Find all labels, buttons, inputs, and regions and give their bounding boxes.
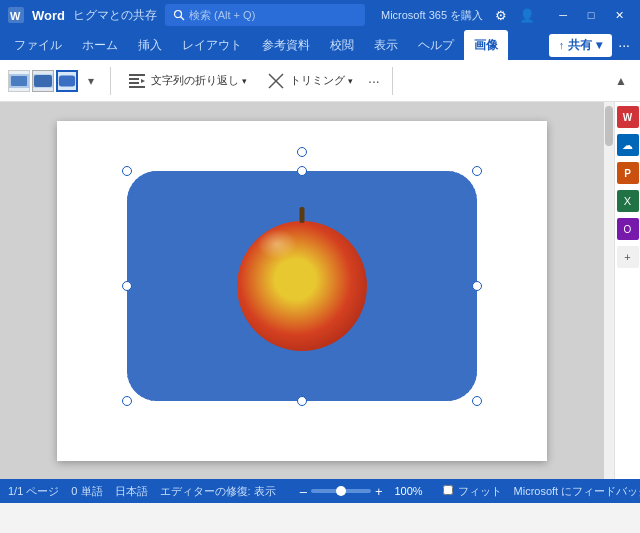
handle-left-center[interactable] (122, 281, 132, 291)
account-icon[interactable]: 👤 (517, 5, 537, 25)
handle-bottom-right[interactable] (472, 396, 482, 406)
handle-top-right[interactable] (472, 166, 482, 176)
minimize-button[interactable]: ─ (549, 5, 577, 25)
tab-review[interactable]: 校閲 (320, 30, 364, 60)
blue-shape (127, 171, 477, 401)
selected-image[interactable] (127, 171, 477, 411)
language[interactable]: 日本語 (115, 484, 148, 499)
handle-top-left[interactable] (122, 166, 132, 176)
svg-line-3 (180, 17, 184, 21)
powerpoint-icon[interactable]: P (617, 162, 639, 184)
fit-checkbox[interactable] (443, 485, 453, 495)
zoom-slider[interactable] (311, 489, 371, 493)
zoom-plus-button[interactable]: + (375, 484, 383, 499)
onedrive-icon[interactable]: ☁ (617, 134, 639, 156)
feedback-button[interactable]: Microsoft にフィードバックを送信 (514, 484, 640, 499)
search-input[interactable] (189, 9, 339, 21)
text-wrap-label: 文字列の折り返し (151, 73, 239, 88)
app-name: Word (32, 8, 65, 23)
handle-right-center[interactable] (472, 281, 482, 291)
tab-image[interactable]: 画像 (464, 30, 508, 60)
tab-insert[interactable]: 挿入 (128, 30, 172, 60)
maximize-button[interactable]: □ (577, 5, 605, 25)
svg-rect-13 (129, 86, 145, 88)
rotation-handle[interactable] (297, 147, 307, 157)
svg-point-2 (174, 11, 181, 18)
tab-references[interactable]: 参考資料 (252, 30, 320, 60)
toolbar-sep-2 (392, 67, 393, 95)
svg-rect-9 (59, 75, 75, 86)
text-wrap-icon (126, 70, 148, 92)
document-page (57, 121, 547, 461)
img-style-2[interactable] (32, 70, 54, 92)
handle-bottom-left[interactable] (122, 396, 132, 406)
toolbar-more-button[interactable]: ··· (364, 71, 384, 91)
handle-bottom-center[interactable] (297, 396, 307, 406)
svg-text:W: W (10, 10, 21, 22)
handle-top-center[interactable] (297, 166, 307, 176)
trim-chevron: ▾ (348, 76, 353, 86)
status-bar: 1/1 ページ 0 単語 日本語 エディターの修復: 表示 – + 100% フ… (0, 479, 640, 503)
fit-button[interactable]: フィット (443, 484, 502, 499)
document-area[interactable] (0, 102, 604, 479)
word-logo-icon: W (8, 7, 24, 23)
apple-image (237, 221, 367, 351)
tab-help[interactable]: ヘルプ (408, 30, 464, 60)
zoom-percent[interactable]: 100% (395, 485, 431, 497)
word-icon[interactable]: W (617, 106, 639, 128)
outlook-icon[interactable]: O (617, 218, 639, 240)
zoom-minus-button[interactable]: – (300, 484, 307, 499)
svg-rect-5 (11, 76, 27, 86)
text-wrap-button[interactable]: 文字列の折り返し ▾ (119, 66, 254, 96)
image-style-group: ▾ (8, 70, 102, 92)
ribbon-collapse-button[interactable]: ▲ (610, 70, 632, 92)
tab-home[interactable]: ホーム (72, 30, 128, 60)
page-count[interactable]: 1/1 ページ (8, 484, 59, 499)
scroll-thumb[interactable] (605, 106, 613, 146)
svg-rect-7 (34, 75, 52, 87)
trim-icon (265, 70, 287, 92)
ms365-link[interactable]: Microsoft 365 を購入 (381, 8, 483, 23)
trim-label: トリミング (290, 73, 345, 88)
app-icons-panel: W ☁ P X O + (614, 102, 640, 479)
zoom-slider-thumb (336, 486, 346, 496)
tab-layout[interactable]: レイアウト (172, 30, 252, 60)
doc-title: ヒグマとの共存 (73, 7, 157, 24)
text-wrap-chevron: ▾ (242, 76, 247, 86)
svg-rect-10 (129, 74, 145, 76)
img-style-1[interactable] (8, 70, 30, 92)
apple-stem (300, 207, 305, 223)
window-controls: ─ □ ✕ (549, 5, 633, 25)
svg-rect-11 (129, 78, 139, 80)
title-icons: ⚙ 👤 (491, 5, 537, 25)
toolbar-sep-1 (110, 67, 111, 95)
vertical-scrollbar[interactable] (604, 102, 614, 479)
zoom-control: – + (300, 484, 383, 499)
tab-view[interactable]: 表示 (364, 30, 408, 60)
share-icon: ↑ (559, 39, 565, 51)
word-count[interactable]: 0 単語 (71, 484, 102, 499)
excel-icon[interactable]: X (617, 190, 639, 212)
share-button[interactable]: ↑ 共有 ▾ (549, 34, 613, 57)
img-style-scroll-right[interactable]: ▾ (80, 70, 102, 92)
more-options-button[interactable]: ··· (612, 37, 636, 53)
add-apps-button[interactable]: + (617, 246, 639, 268)
chevron-down-icon: ▾ (596, 38, 602, 52)
img-style-3[interactable] (56, 70, 78, 92)
ribbon-tabs: ファイル ホーム 挿入 レイアウト 参考資料 校閲 表示 ヘルプ 画像 ↑ 共有… (0, 30, 640, 60)
search-icon (173, 9, 185, 21)
trim-button[interactable]: トリミング ▾ (258, 66, 360, 96)
editor-status[interactable]: エディターの修復: 表示 (160, 484, 276, 499)
title-bar: W Word ヒグマとの共存 Microsoft 365 を購入 ⚙ 👤 ─ □… (0, 0, 640, 30)
close-button[interactable]: ✕ (605, 5, 633, 25)
ribbon-toolbar: ▾ 文字列の折り返し ▾ トリミング ▾ ··· ▲ (0, 60, 640, 102)
tab-file[interactable]: ファイル (4, 30, 72, 60)
settings-icon[interactable]: ⚙ (491, 5, 511, 25)
main-area: W ☁ P X O + (0, 102, 640, 479)
search-box[interactable] (165, 4, 365, 26)
svg-rect-12 (129, 82, 139, 84)
